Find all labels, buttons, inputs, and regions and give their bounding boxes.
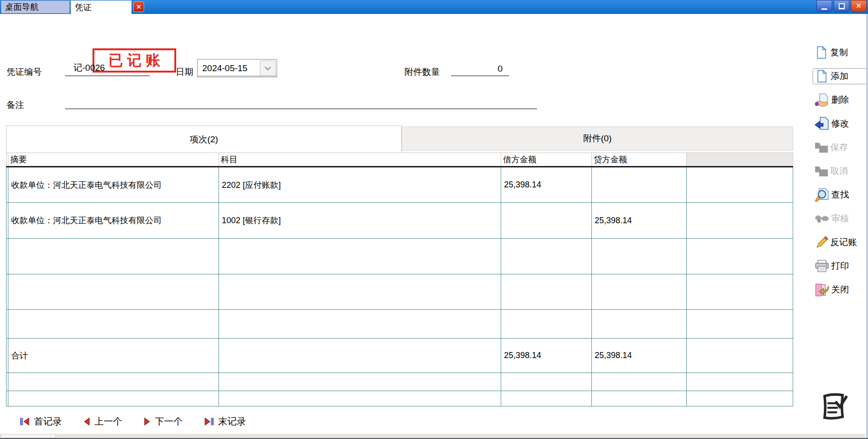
cell-summary[interactable]: 收款单位：河北天正泰电气科技有限公司: [8, 167, 219, 203]
next-record-label: 下一个: [155, 415, 183, 428]
remark-label: 备注: [7, 99, 24, 111]
date-label: 日期: [176, 66, 193, 78]
window-right-border: [866, 14, 868, 439]
find-magnifier-icon: [815, 188, 829, 202]
cancel-folder-icon: [815, 165, 828, 178]
attachment-count-field[interactable]: 0: [451, 61, 509, 76]
app-window: 桌面导航 凭证 ✕ ✕ 已记账 凭证编号 记-0026 日期 2024-05-1…: [0, 0, 868, 439]
tab-desktop-nav-label: 桌面导航: [5, 1, 39, 13]
tab-close-button[interactable]: ✕: [133, 1, 144, 12]
voucher-no-field[interactable]: 记-0026: [65, 61, 150, 76]
delete-button[interactable]: 删除: [813, 92, 868, 108]
close-icon: ✕: [136, 3, 142, 11]
titlebar: 桌面导航 凭证 ✕ ✕: [0, 0, 868, 14]
voucher-form: 已记账 凭证编号 记-0026 日期 2024-05-15 附件数量 0 备注: [0, 14, 868, 439]
remark-field[interactable]: [65, 94, 537, 109]
header-debit: 借方金额: [501, 153, 592, 167]
tab-voucher-label: 凭证: [75, 2, 92, 13]
scrollbar-thumb[interactable]: [1, 434, 56, 438]
first-record-button[interactable]: 首记录: [20, 415, 62, 428]
date-dropdown-button[interactable]: [260, 60, 276, 76]
first-record-label: 首记录: [34, 415, 62, 428]
table-row: [7, 274, 793, 310]
tab-voucher[interactable]: 凭证: [71, 0, 132, 14]
tab-items-label: 项次(2): [190, 133, 218, 146]
next-record-icon: [144, 418, 151, 426]
table-row: 收款单位：河北天正泰电气科技有限公司 1002 [银行存款] 25,398.14: [7, 203, 793, 239]
delete-label: 删除: [831, 94, 849, 106]
last-record-button[interactable]: 末记录: [204, 415, 246, 428]
unpost-button[interactable]: 反记账: [813, 234, 868, 250]
print-label: 打印: [831, 260, 849, 272]
tab-attachments-label: 附件(0): [583, 133, 611, 145]
empty-row: [7, 391, 793, 406]
total-row: 合计 25,398.14 25,398.14: [7, 339, 793, 373]
print-button[interactable]: 打印: [813, 258, 868, 274]
restore-button[interactable]: [834, 0, 849, 12]
tab-desktop-nav[interactable]: 桌面导航: [1, 0, 70, 13]
copy-button[interactable]: 复制: [813, 45, 868, 60]
cell-account[interactable]: 1002 [银行存款]: [219, 203, 501, 239]
chevron-down-icon: [264, 66, 272, 71]
last-record-label: 末记录: [218, 415, 246, 428]
voucher-check-icon: [819, 390, 848, 424]
cell-debit[interactable]: 25,398.14: [501, 167, 592, 203]
delete-hand-icon: [815, 93, 829, 107]
cell-credit[interactable]: [592, 167, 687, 203]
total-credit: 25,398.14: [592, 339, 687, 373]
action-toolbar: 复制 添加 删除 修改: [813, 45, 868, 298]
previous-record-button[interactable]: 上一个: [83, 415, 122, 428]
table-header-row: 摘要 科目 借方金额 贷方金额: [7, 153, 793, 167]
copy-document-icon: [815, 46, 828, 60]
attachment-count-label: 附件数量: [404, 66, 440, 78]
unpost-label: 反记账: [830, 236, 857, 248]
add-label: 添加: [831, 70, 848, 82]
tab-items[interactable]: 项次(2): [6, 126, 402, 153]
modify-button[interactable]: 修改: [813, 116, 868, 132]
close-window-button[interactable]: ✕: [851, 0, 867, 12]
previous-record-label: 上一个: [94, 415, 122, 428]
minimize-button[interactable]: [816, 0, 832, 12]
audit-hands-icon: [815, 213, 829, 224]
audit-button: 审核: [813, 211, 868, 226]
attachment-count-value: 0: [497, 64, 503, 74]
window-controls: ✕: [816, 0, 867, 12]
add-document-icon: [815, 69, 829, 83]
empty-row: [7, 373, 793, 391]
next-record-button[interactable]: 下一个: [144, 415, 183, 428]
cell-credit[interactable]: 25,398.14: [592, 203, 687, 239]
cell-debit[interactable]: [501, 203, 592, 239]
cancel-label: 取消: [830, 165, 848, 177]
find-button[interactable]: 查找: [813, 187, 868, 203]
cell-account[interactable]: 2202 [应付账款]: [219, 167, 501, 203]
table-row: [7, 239, 793, 274]
record-navigation: 首记录 上一个 下一个 末记录: [20, 415, 246, 428]
header-blank: [687, 153, 793, 167]
date-combobox[interactable]: 2024-05-15: [197, 59, 277, 77]
total-debit: 25,398.14: [501, 339, 592, 373]
print-icon: [815, 259, 829, 273]
tab-attachments[interactable]: 附件(0): [402, 126, 793, 151]
restore-icon: [839, 4, 845, 9]
close-door-icon: [815, 283, 829, 297]
horizontal-scrollbar[interactable]: [0, 434, 865, 438]
copy-label: 复制: [830, 47, 848, 59]
header-credit: 贷方金额: [592, 153, 687, 167]
total-label: 合计: [8, 339, 219, 373]
audit-label: 审核: [831, 213, 849, 225]
unpost-pencil-icon: [815, 236, 828, 249]
last-record-icon: [204, 418, 214, 426]
cell-summary[interactable]: 收款单位：河北天正泰电气科技有限公司: [8, 203, 219, 239]
save-folder-icon: [815, 141, 828, 154]
modify-arrow-icon: [815, 117, 829, 131]
save-label: 保存: [830, 141, 848, 153]
header-account: 科目: [219, 153, 501, 167]
voucher-no-value: 记-0026: [73, 62, 105, 74]
add-button[interactable]: 添加: [813, 68, 868, 84]
table-row: 收款单位：河北天正泰电气科技有限公司 2202 [应付账款] 25,398.14: [7, 167, 793, 203]
previous-record-icon: [83, 418, 90, 426]
table-row: [7, 310, 793, 339]
minimize-icon: [822, 8, 827, 10]
modify-label: 修改: [831, 118, 849, 130]
close-form-button[interactable]: 关闭: [813, 282, 868, 298]
